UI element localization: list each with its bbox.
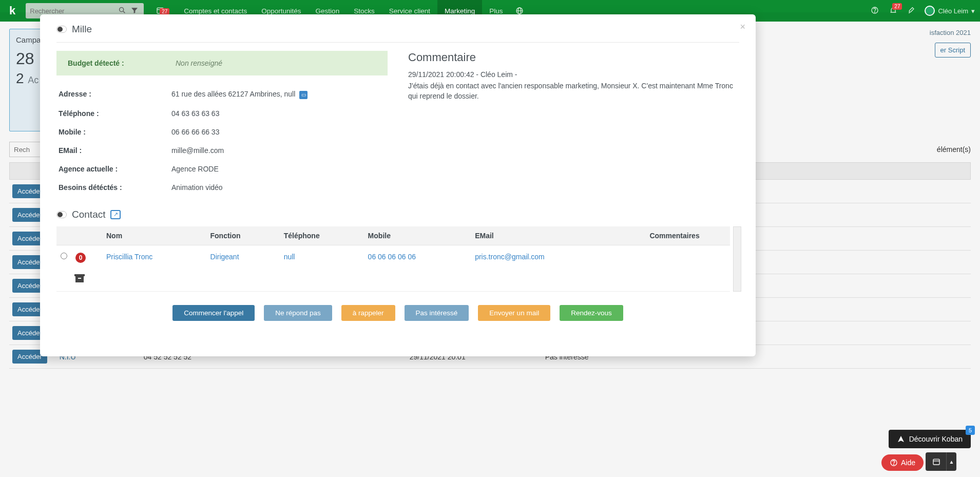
modal-backdrop: × Mille Budget détecté : Non renseigné A…: [0, 12, 980, 22]
svg-point-0: [120, 7, 124, 11]
notifications-badge: 27: [892, 3, 902, 10]
contact-modal: × Mille Budget détecté : Non renseigné A…: [40, 14, 756, 22]
